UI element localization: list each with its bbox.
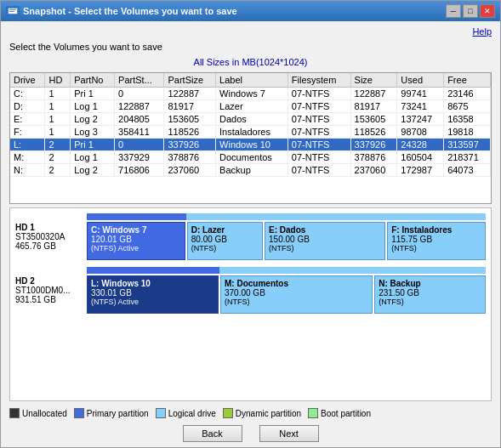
table-cell: Pri 1 bbox=[71, 88, 115, 100]
legend-item-2: Logical drive bbox=[156, 408, 216, 418]
partition-block[interactable]: M: Documentos370.00 GB(NTFS) bbox=[220, 275, 373, 314]
table-cell: Instaladores bbox=[216, 126, 288, 139]
table-cell: Pri 1 bbox=[71, 139, 115, 151]
disk-top-bar bbox=[87, 213, 486, 220]
table-cell: 153605 bbox=[350, 113, 397, 126]
table-cell: D: bbox=[10, 100, 45, 113]
title-bar: Snapshot - Select the Volumes you want t… bbox=[1, 1, 500, 21]
help-link[interactable]: Help bbox=[472, 26, 492, 37]
table-row[interactable]: C:1Pri 10122887Windows 707-NTFS122887997… bbox=[10, 88, 491, 100]
legend-label: Dynamic partition bbox=[236, 409, 301, 418]
table-cell: Log 1 bbox=[71, 100, 115, 113]
table-cell: 24328 bbox=[397, 139, 444, 151]
part-fs: (NTFS) bbox=[379, 298, 481, 306]
table-cell: 73241 bbox=[397, 100, 444, 113]
disk-visual-area: HD 1ST3500320A465.76 GBC: Windows 7120.0… bbox=[9, 207, 492, 401]
table-cell: L: bbox=[10, 139, 45, 151]
table-cell: 218371 bbox=[444, 151, 491, 164]
table-row[interactable]: F:1Log 3358411118526Instaladores07-NTFS1… bbox=[10, 126, 491, 139]
table-cell: 1 bbox=[45, 88, 71, 100]
disk-name: HD 1 bbox=[15, 223, 83, 232]
table-cell: 98708 bbox=[397, 126, 444, 139]
col-partno: PartNo bbox=[71, 73, 115, 88]
table-cell: 81917 bbox=[164, 100, 216, 113]
table-cell: Windows 7 bbox=[216, 88, 288, 100]
table-cell: 23146 bbox=[444, 88, 491, 100]
disk-name: HD 2 bbox=[15, 276, 83, 286]
table-cell: Log 2 bbox=[71, 164, 115, 177]
table-cell: 99741 bbox=[397, 88, 444, 100]
table-row[interactable]: N:2Log 2716806237060Backup07-NTFS2370601… bbox=[10, 164, 491, 177]
table-row[interactable]: L:2Pri 10337926Windows 1007-NTFS33792624… bbox=[10, 139, 491, 151]
part-label: E: Dados bbox=[269, 225, 381, 235]
part-fs: (NTFS) bbox=[391, 244, 481, 252]
main-window: Snapshot - Select the Volumes you want t… bbox=[0, 0, 501, 448]
back-button[interactable]: Back bbox=[183, 425, 242, 442]
table-cell: 358411 bbox=[115, 126, 164, 139]
disk-size: 931.51 GB bbox=[15, 295, 83, 304]
disk-info-1: HD 1ST3500320A465.76 GB bbox=[15, 213, 83, 260]
table-cell: 0 bbox=[115, 88, 164, 100]
table-cell: 07-NTFS bbox=[288, 126, 350, 139]
disk-group-1: HD 1ST3500320A465.76 GBC: Windows 7120.0… bbox=[15, 213, 486, 260]
table-row[interactable]: D:1Log 112288781917Lazer07-NTFS819177324… bbox=[10, 100, 491, 113]
part-fs: (NTFS) bbox=[191, 244, 259, 252]
svg-rect-2 bbox=[9, 9, 16, 10]
partition-block[interactable]: E: Dados150.00 GB(NTFS) bbox=[265, 222, 385, 260]
table-cell: 313597 bbox=[444, 139, 491, 151]
partition-block[interactable]: N: Backup231.50 GB(NTFS) bbox=[374, 275, 486, 314]
col-label: Label bbox=[216, 73, 288, 88]
table-cell: Dados bbox=[216, 113, 288, 126]
table-cell: 07-NTFS bbox=[288, 88, 350, 100]
minimize-button[interactable]: ─ bbox=[446, 4, 461, 18]
col-partsize: PartSize bbox=[164, 73, 216, 88]
close-button[interactable]: ✕ bbox=[480, 4, 495, 18]
disk-size: 465.76 GB bbox=[15, 241, 83, 251]
app-icon bbox=[6, 4, 20, 18]
volumes-table: Drive HD PartNo PartSt... PartSize Label… bbox=[10, 73, 491, 177]
legend-color-box bbox=[156, 408, 166, 418]
legend-color-box bbox=[308, 408, 318, 418]
legend-color-box bbox=[74, 408, 84, 418]
table-cell: F: bbox=[10, 126, 45, 139]
title-text: Snapshot - Select the Volumes you want t… bbox=[23, 6, 237, 16]
table-cell: 1 bbox=[45, 113, 71, 126]
partition-block[interactable]: D: Lazer80.00 GB(NTFS) bbox=[187, 222, 263, 260]
table-cell: N: bbox=[10, 164, 45, 177]
part-label: C: Windows 7 bbox=[91, 225, 181, 235]
table-cell: 07-NTFS bbox=[288, 113, 350, 126]
part-size: 115.75 GB bbox=[391, 235, 481, 244]
disk-group-2: HD 2ST1000DM0...931.51 GBL: Windows 1033… bbox=[15, 267, 486, 314]
buttons-row: Back Next bbox=[9, 425, 492, 442]
part-size: 120.01 GB bbox=[91, 235, 181, 244]
table-cell: 07-NTFS bbox=[288, 100, 350, 113]
table-cell: 237060 bbox=[350, 164, 397, 177]
table-cell: 07-NTFS bbox=[288, 164, 350, 177]
table-cell: 122887 bbox=[164, 88, 216, 100]
table-cell: 153605 bbox=[164, 113, 216, 126]
table-row[interactable]: E:1Log 2204805153605Dados07-NTFS15360513… bbox=[10, 113, 491, 126]
table-cell: 2 bbox=[45, 164, 71, 177]
table-cell: 1 bbox=[45, 100, 71, 113]
table-cell: Windows 10 bbox=[216, 139, 288, 151]
col-drive: Drive bbox=[10, 73, 45, 88]
table-cell: 122887 bbox=[115, 100, 164, 113]
part-label: M: Documentos bbox=[225, 279, 368, 288]
table-cell: Log 3 bbox=[71, 126, 115, 139]
partition-block[interactable]: F: Instaladores115.75 GB(NTFS) bbox=[387, 222, 486, 260]
legend-label: Primary partition bbox=[87, 409, 149, 418]
part-fs: (NTFS) bbox=[225, 298, 368, 306]
table-cell: 0 bbox=[115, 139, 164, 151]
partition-block[interactable]: L: Windows 10330.01 GB(NTFS) Active bbox=[87, 275, 219, 314]
legend-item-4: Boot partition bbox=[308, 408, 371, 418]
next-button[interactable]: Next bbox=[259, 425, 319, 442]
partition-block[interactable]: C: Windows 7120.01 GB(NTFS) Active bbox=[87, 222, 185, 260]
part-fs: (NTFS) bbox=[269, 244, 381, 252]
table-row[interactable]: M:2Log 1337929378876Documentos07-NTFS378… bbox=[10, 151, 491, 164]
table-cell: 8675 bbox=[444, 100, 491, 113]
table-cell: 118526 bbox=[164, 126, 216, 139]
col-filesystem: Filesystem bbox=[288, 73, 350, 88]
col-size: Size bbox=[350, 73, 397, 88]
table-cell: 716806 bbox=[115, 164, 164, 177]
maximize-button[interactable]: □ bbox=[463, 4, 478, 18]
